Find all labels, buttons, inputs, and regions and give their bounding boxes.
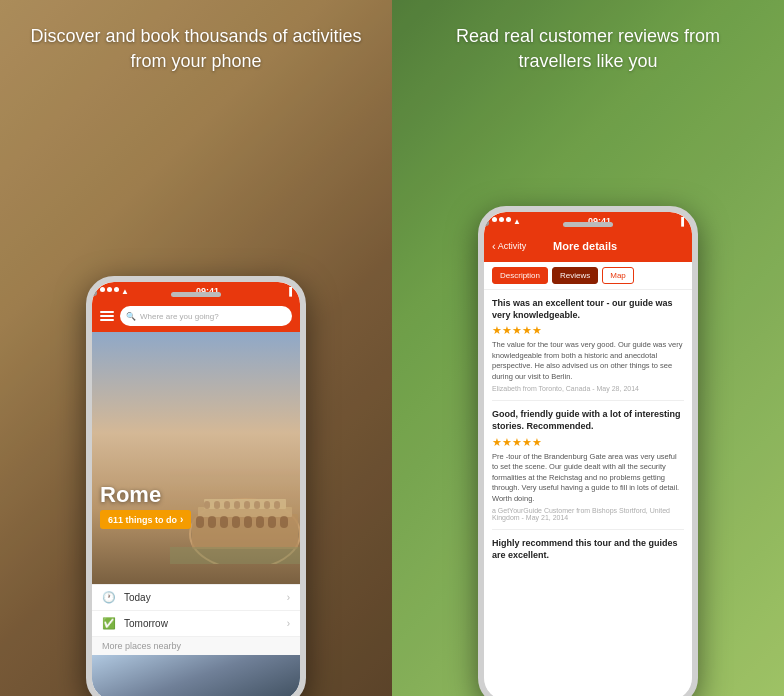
navbar-right: ‹ Activity More details: [484, 230, 692, 262]
svg-rect-20: [274, 501, 280, 509]
signal-dots: ▲: [100, 287, 129, 296]
battery-left: ▐: [286, 287, 292, 296]
review-title-2: Good, friendly guide with a lot of inter…: [492, 409, 684, 432]
svg-rect-17: [244, 501, 250, 509]
review-title-1: This was an excellent tour - our guide w…: [492, 298, 684, 321]
clock-left: 09:41: [196, 286, 219, 296]
reviews-content: This was an excellent tour - our guide w…: [484, 290, 692, 696]
svg-rect-16: [234, 501, 240, 509]
back-label: Activity: [498, 241, 527, 251]
tab-description[interactable]: Description: [492, 267, 548, 284]
signal-dot-r1: [492, 217, 497, 222]
hero-area: Rome 611 things to do ›: [92, 332, 300, 584]
svg-rect-19: [264, 501, 270, 509]
checkbox-icon: ✅: [102, 617, 116, 630]
wifi-icon: ▲: [121, 287, 129, 296]
stars-2: ★★★★★: [492, 436, 684, 449]
chevron-right-icon-tomorrow: ›: [287, 618, 290, 629]
today-label: Today: [124, 592, 279, 603]
clock-icon: 🕐: [102, 591, 116, 604]
city-label-area: Rome 611 things to do ›: [100, 484, 191, 529]
phone-screen-right: ▲ 09:41 ▐ ‹ Activity More details Descri…: [484, 212, 692, 696]
menu-line-2: [100, 315, 114, 317]
review-item-3: Highly recommend this tour and the guide…: [492, 538, 684, 572]
back-button[interactable]: ‹ Activity: [492, 240, 526, 252]
review-item-2: Good, friendly guide with a lot of inter…: [492, 409, 684, 530]
review-item-1: This was an excellent tour - our guide w…: [492, 298, 684, 401]
tabs-bar: Description Reviews Map: [484, 262, 692, 290]
right-heading: Read real customer reviews from travelle…: [392, 24, 784, 74]
menu-line-3: [100, 319, 114, 321]
list-item-today[interactable]: 🕐 Today ›: [92, 585, 300, 611]
svg-rect-10: [256, 516, 264, 528]
city-thumbnail: [92, 655, 300, 696]
search-bar[interactable]: 🔍 Where are you going?: [120, 306, 292, 326]
city-thumbnail-bg: [92, 655, 300, 696]
things-to-do-label: 611 things to do: [108, 515, 177, 525]
nav-title-right: More details: [553, 240, 617, 252]
left-heading: Discover and book thousands of activitie…: [0, 24, 392, 74]
svg-rect-6: [208, 516, 216, 528]
menu-line-1: [100, 311, 114, 313]
signal-dot-1: [100, 287, 105, 292]
clock-right: 09:41: [588, 216, 611, 226]
svg-rect-18: [254, 501, 260, 509]
list-item-tomorrow[interactable]: ✅ Tomorrow ›: [92, 611, 300, 637]
things-to-do-button[interactable]: 611 things to do ›: [100, 510, 191, 529]
review-body-2: Pre -tour of the Brandenburg Gate area w…: [492, 452, 684, 505]
review-title-3: Highly recommend this tour and the guide…: [492, 538, 684, 561]
battery-right: ▐: [678, 217, 684, 226]
svg-rect-14: [214, 501, 220, 509]
status-bar-right: ▲ 09:41 ▐: [484, 212, 692, 230]
activity-list: 🕐 Today › ✅ Tomorrow › More places nearb…: [92, 584, 300, 696]
search-placeholder: Where are you going?: [140, 312, 219, 321]
review-author-1: Elizabeth from Toronto, Canada - May 28,…: [492, 385, 684, 392]
right-panel: Read real customer reviews from travelle…: [392, 0, 784, 696]
chevron-right-icon-today: ›: [287, 592, 290, 603]
svg-rect-12: [280, 516, 288, 528]
svg-rect-15: [224, 501, 230, 509]
signal-dot-3: [114, 287, 119, 292]
svg-rect-13: [204, 501, 210, 509]
svg-rect-7: [220, 516, 228, 528]
svg-rect-8: [232, 516, 240, 528]
navbar-left: 🔍 Where are you going?: [92, 300, 300, 332]
signal-dot-r2: [499, 217, 504, 222]
search-icon: 🔍: [126, 312, 136, 321]
hamburger-menu[interactable]: [100, 311, 114, 321]
more-places-label: More places nearby: [92, 637, 300, 655]
signal-dots-right: ▲: [492, 217, 521, 226]
stars-1: ★★★★★: [492, 324, 684, 337]
wifi-icon-right: ▲: [513, 217, 521, 226]
tab-map[interactable]: Map: [602, 267, 634, 284]
svg-rect-9: [244, 516, 252, 528]
signal-dot-r3: [506, 217, 511, 222]
phone-mockup-left: ▲ 09:41 ▐ 🔍 Where are you going?: [86, 276, 306, 696]
left-panel: Discover and book thousands of activitie…: [0, 0, 392, 696]
phone-mockup-right: ▲ 09:41 ▐ ‹ Activity More details Descri…: [478, 206, 698, 696]
tab-reviews[interactable]: Reviews: [552, 267, 598, 284]
svg-rect-11: [268, 516, 276, 528]
review-author-2: a GetYourGuide Customer from Bishops Sto…: [492, 507, 684, 521]
svg-rect-5: [196, 516, 204, 528]
svg-rect-21: [170, 547, 300, 564]
arrow-right-icon: ›: [180, 514, 183, 525]
chevron-left-icon: ‹: [492, 240, 496, 252]
phone-screen-left: ▲ 09:41 ▐ 🔍 Where are you going?: [92, 282, 300, 696]
tomorrow-label: Tomorrow: [124, 618, 279, 629]
status-bar-left: ▲ 09:41 ▐: [92, 282, 300, 300]
city-name: Rome: [100, 484, 191, 506]
review-body-1: The value for the tour was very good. Ou…: [492, 340, 684, 382]
signal-dot-2: [107, 287, 112, 292]
